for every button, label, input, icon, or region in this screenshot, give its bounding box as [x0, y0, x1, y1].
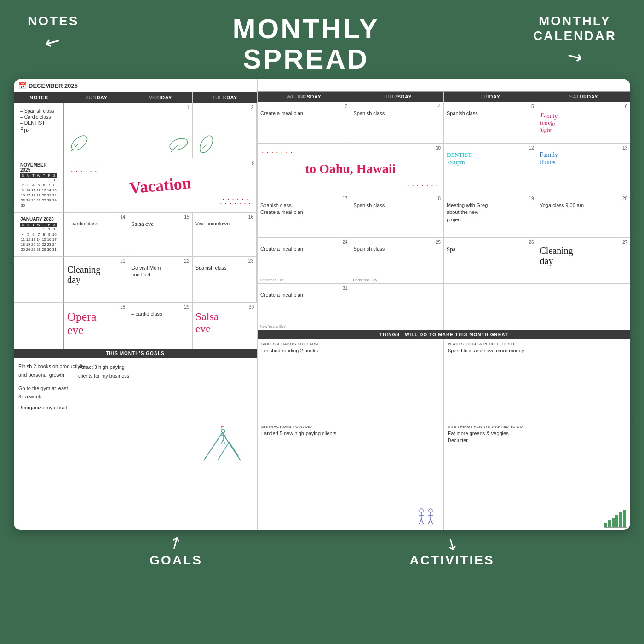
notes-col-header: NOTES [14, 92, 64, 103]
goals-label-section: ↙ GOALS [150, 535, 202, 568]
svg-rect-28 [615, 515, 618, 527]
family-movie-text: Familymovienight [539, 111, 558, 134]
svg-rect-26 [608, 520, 611, 527]
w1-thu: 4 Spanish class [351, 102, 444, 144]
w3-fri: 19 Meeting with Gregabout the newproject [444, 194, 537, 238]
notes-row3: JANUARY 2026 SMTWTFS 123 45678910 111213… [14, 213, 64, 257]
mini-cal-jan: JANUARY 2026 SMTWTFS 123 45678910 111213… [17, 214, 61, 254]
week5-tue: 30 Salsaeve [193, 303, 257, 349]
svg-line-11 [221, 440, 223, 444]
goals-content: Finish 2 books on productivityand person… [14, 358, 257, 530]
w3-wed: 17 Spanish classCreate a meal plan [258, 194, 351, 238]
week4-sun: 21 Cleaningday [64, 257, 128, 303]
day-28: 28 [67, 305, 125, 310]
w4-fri: 26 Spa [444, 238, 537, 284]
barchart-svg [604, 509, 627, 528]
goal-2: Attract 3 high-payingclients for my busi… [78, 363, 188, 380]
sat-col-header: SATURDAY [537, 92, 631, 102]
day-21: 21 [67, 259, 125, 264]
svg-line-5 [171, 144, 179, 152]
left-cal-area: – Spanish class – Cardio class – DENTIST… [14, 103, 257, 530]
notes-row2: NOVEMBER 2025 SMTWTFS 1 2345678 91011121… [14, 158, 64, 213]
leaf-svg-3 [194, 132, 219, 157]
tue-col-header: TUESDAY [193, 92, 257, 103]
family-dinner-text: Familydinner [540, 151, 628, 166]
places-text: Spend less and save more money [448, 347, 627, 354]
note-2: – Cardio class [20, 114, 57, 120]
day14-content: – cardio class [67, 220, 125, 227]
spa-text: Spa [447, 246, 534, 253]
places-label: PLACES TO GO & PEOPLE TO SEE [448, 342, 627, 346]
fri-col-header: FRIDAY [444, 92, 537, 102]
activities-label-section: ↘ ACTIVITIES [410, 535, 494, 568]
week4-tue: 23 Spanish class [193, 257, 257, 303]
cleaning-27: Cleaningday [540, 246, 628, 266]
svg-rect-25 [604, 523, 607, 527]
svg-line-3 [75, 146, 78, 149]
svg-point-20 [429, 509, 432, 512]
distractions-cell: DISTRACTIONS TO AVOID Landed 5 new high-… [258, 422, 444, 530]
goals-label: GOALS [150, 553, 202, 568]
svg-point-8 [221, 429, 225, 433]
notes-row1: – Spanish class – Cardio class – DENTIST… [14, 103, 64, 158]
day29-content: – cardio class [131, 310, 189, 317]
note-3: – DENTIST [20, 120, 57, 126]
day28-content: Operaeve [67, 310, 125, 337]
month-header: 📅 DECEMBER 2025 [14, 79, 257, 92]
right-cal-area: 3 Create a meal plan 4 Spanish class 5 S… [258, 102, 630, 530]
skills-label: SKILLS & HABITS TO LEARN [261, 342, 440, 346]
vacation-text: Vacation [129, 173, 192, 198]
oahu-cell: 10 • • • • • • • • • • • • • • to Oahu, … [258, 144, 444, 194]
svg-marker-14 [221, 426, 224, 427]
distractions-label: DISTRACTIONS TO AVOID [261, 425, 440, 429]
notes-row4 [14, 257, 64, 303]
left-cal-grid: – Spanish class – Cardio class – DENTIST… [14, 103, 257, 349]
w5-fri [444, 284, 537, 330]
w5-wed: 31 Create a meal plan New Year's Eve [258, 284, 351, 330]
oahu-overlay: to Oahu, Hawaii [258, 144, 443, 194]
calendar-arrow: ↘ [563, 43, 586, 69]
w5-sat [537, 284, 631, 330]
day21-content: Cleaningday [67, 264, 125, 285]
jan-header: SMTWTFS [20, 223, 57, 227]
wed-col-header: WEDNESDAY [258, 92, 351, 102]
week1-tue: 2 [193, 103, 257, 158]
dentist-text: DENTIST7:00pm [447, 151, 534, 166]
week5-sun: 28 Operaeve [64, 303, 128, 349]
svg-line-19 [421, 519, 424, 524]
day-16: 16 [196, 214, 253, 219]
w4-sat: 27 Cleaningday [537, 238, 631, 284]
distractions-text: Landed 5 new high-paying clients [261, 430, 440, 437]
svg-line-7 [200, 144, 206, 152]
thu-col-header: THURSDAY [351, 92, 444, 102]
day-30: 30 [196, 305, 254, 310]
day22-content: Go visit Momand Dad [131, 264, 189, 279]
jan-title: JANUARY 2026 [20, 217, 57, 222]
activities-label: ACTIVITIES [410, 553, 494, 568]
leaf-svg [67, 130, 92, 155]
skills-text: Finished reading 2 books [261, 347, 440, 354]
right-col-headers: WEDNESDAY THURSDAY FRIDAY SATURDAY [258, 92, 630, 102]
week5-mon: 29 – cardio class [128, 303, 192, 349]
skills-cell: SKILLS & HABITS TO LEARN Finished readin… [258, 339, 444, 422]
svg-line-23 [428, 519, 431, 524]
oahu-text: to Oahu, Hawaii [305, 161, 396, 176]
week3-mon: 15 Salsa eve [128, 213, 192, 257]
svg-line-18 [419, 519, 421, 524]
day15-content: Salsa eve [131, 220, 189, 228]
w1-fri: 5 Spanish class [444, 102, 537, 144]
activities-header: THINGS I WILL DO TO MAKE THIS MONTH GREA… [258, 330, 630, 339]
one-thing-cell: ONE THING I ALWAYS WANTED TO DO Eat more… [444, 422, 630, 530]
week1-sun [64, 103, 128, 158]
calendar-label-section: MONTHLYCALENDAR ↘ [533, 14, 616, 67]
goals-header: THIS MONTH'S GOALS [14, 349, 257, 358]
svg-point-15 [420, 509, 423, 512]
left-col-headers: NOTES SUNDAY MONDAY TUESDAY [14, 92, 257, 103]
week3-tue: 16 Visit hometown [193, 213, 257, 257]
mountain-svg [195, 424, 250, 465]
day-2: 2 [196, 105, 253, 110]
day-22: 22 [131, 259, 189, 264]
note-1: – Spanish class [20, 108, 57, 114]
svg-line-2 [73, 144, 76, 146]
notes-arrow: ↙ [41, 29, 65, 55]
